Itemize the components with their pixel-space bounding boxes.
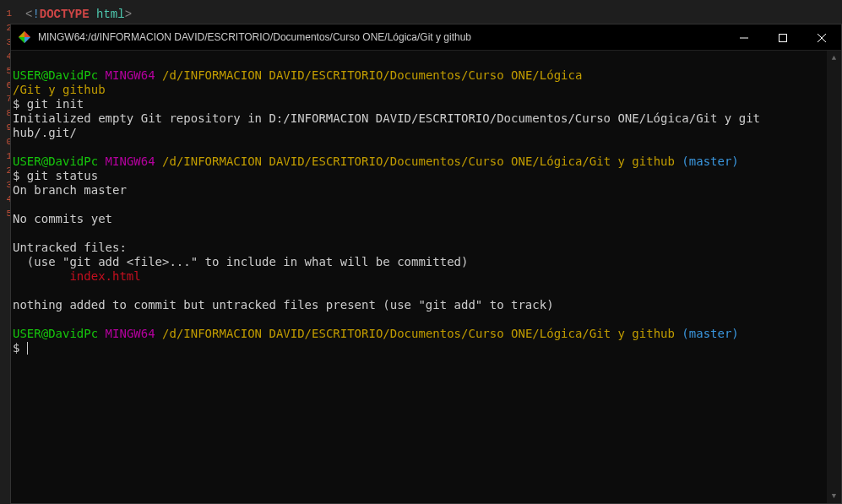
scroll-up-icon[interactable]: ▲ [827,51,841,65]
terminal-window: MINGW64:/d/INFORMACION DAVID/ESCRITORIO/… [10,24,842,504]
prompt-user: USER@DavidPc [13,154,98,168]
status-nocommits-line: No commits yet [13,212,112,225]
scroll-down-icon[interactable]: ▼ [827,489,841,503]
terminal-content[interactable]: USER@DavidPc MINGW64 /d/INFORMACION DAVI… [11,51,841,364]
prompt-path-cont: /Git y github [13,83,106,96]
terminal-body[interactable]: USER@DavidPc MINGW64 /d/INFORMACION DAVI… [11,51,841,503]
window-controls [725,24,841,50]
prompt-path: /d/INFORMACION DAVID/ESCRITORIO/Document… [162,327,675,340]
untracked-hint: (use "git add <file>..." to include in w… [13,255,468,268]
terminal-scrollbar[interactable]: ▲ ▼ [827,51,841,503]
prompt-system: MINGW64 [106,327,155,340]
prompt-system: MINGW64 [106,68,155,82]
svg-marker-1 [24,31,30,37]
command-output: Initialized empty Git repository in D:/I… [13,111,760,139]
prompt-branch: (master) [682,327,738,340]
svg-rect-6 [780,34,787,41]
command-input[interactable]: $ [13,341,27,355]
nothing-added-line: nothing added to commit but untracked fi… [13,298,554,312]
editor-line-1[interactable]: <!DOCTYPE html> [25,7,834,22]
prompt-user: USER@DavidPc [13,327,98,340]
terminal-cursor [27,342,28,355]
exclamation: ! [32,8,39,21]
maximize-button[interactable] [763,24,802,51]
prompt-user: USER@DavidPc [13,68,98,82]
prompt-path: /d/INFORMACION DAVID/ESCRITORIO/Document… [162,68,582,82]
minimize-button[interactable] [725,24,763,51]
untracked-header: Untracked files: [13,241,127,254]
svg-marker-3 [19,37,24,43]
command-input: $ git status [13,169,98,182]
html-keyword: html [96,8,125,21]
doctype-keyword: DOCTYPE [40,8,90,21]
close-button[interactable] [802,24,841,51]
untracked-file: index.html [13,269,141,283]
prompt-system: MINGW64 [106,154,155,168]
prompt-branch: (master) [682,154,738,168]
svg-marker-4 [19,31,24,37]
prompt-path: /d/INFORMACION DAVID/ESCRITORIO/Document… [162,154,675,168]
status-branch-line: On branch master [13,183,127,197]
title-bar[interactable]: MINGW64:/d/INFORMACION DAVID/ESCRITORIO/… [11,24,841,51]
window-title: MINGW64:/d/INFORMACION DAVID/ESCRITORIO/… [38,31,725,43]
command-input: $ git init [13,97,84,111]
line-number: 1 [0,7,14,21]
svg-marker-2 [24,37,30,43]
angle-bracket: > [125,8,132,21]
app-icon [18,30,31,44]
